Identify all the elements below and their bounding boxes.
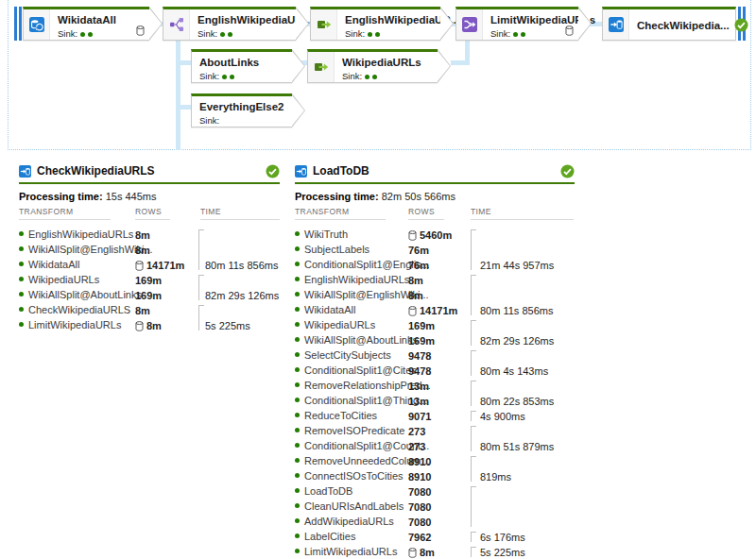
transform-row-count: 9478 <box>408 349 431 363</box>
time-group-bracket <box>471 275 476 315</box>
transform-name: LabelCities <box>304 531 355 542</box>
panel-divider <box>19 182 280 184</box>
processing-time: Processing time: 15s 445ms <box>19 191 280 202</box>
transform-time: 5s 225ms <box>205 319 250 332</box>
flow-start-marker <box>14 7 22 41</box>
column-rows: ROWS <box>135 207 170 220</box>
canvas-border-bottom <box>8 149 751 150</box>
sink-status-dot <box>230 75 234 79</box>
node-arrow-tip <box>296 7 309 41</box>
sink-status-dot <box>228 32 232 37</box>
time-group-bracket <box>471 426 476 451</box>
transform-row-count: 8910 <box>408 455 431 468</box>
panel-checkwikipediaurls: CheckWikipediaURLS Processing time: 15s … <box>19 162 280 333</box>
split-icon <box>163 9 190 40</box>
transform-time: 80m 22s 853ms <box>480 395 554 408</box>
status-dot <box>295 337 300 342</box>
database-icon <box>565 25 574 36</box>
node-title: WikipediaURLs <box>342 57 421 68</box>
transform-row: WikipediaURLs169m <box>295 318 575 333</box>
panel-loadtodb: LoadToDB Processing time: 82m 50s 566ms … <box>295 162 575 559</box>
column-transform: TRANSFORM <box>19 207 111 220</box>
transform-row: WikiAllSplit@EnglishWiki...8m <box>19 243 280 258</box>
sink-status-dot <box>222 75 227 79</box>
transform-row: WikiAllSplit@AboutLinks169m82m 29s 126ms <box>295 333 575 348</box>
processing-time-label: Processing time: <box>295 191 379 202</box>
transform-row: WikiAllSplit@EnglishWiki...8m <box>295 288 575 303</box>
database-icon <box>135 261 144 271</box>
time-group-bracket <box>471 486 476 527</box>
sink-status-dot <box>375 32 380 37</box>
transform-row-count: 7080 <box>408 500 431 514</box>
transform-name: WikipediaURLs <box>28 274 99 285</box>
status-dot <box>295 549 300 553</box>
transform-row-count: 8m <box>408 546 435 559</box>
sink-status-dot <box>220 32 225 37</box>
canvas-border-right <box>750 0 751 150</box>
transform-row-count: 8m <box>135 304 150 317</box>
transform-time: 80m 11s 856ms <box>480 304 553 317</box>
status-dot <box>295 503 300 508</box>
processing-time: Processing time: 82m 50s 566ms <box>295 191 575 202</box>
node-englishwikipediaur[interactable]: EnglishWikipediaUR...Sink: <box>163 7 296 41</box>
transform-row-count: 13m <box>408 395 429 408</box>
derive-icon <box>308 52 335 82</box>
transform-time: 4s 900ms <box>480 410 525 423</box>
status-dot <box>295 398 300 402</box>
transform-time: 80m 11s 856ms <box>205 259 278 272</box>
transform-row-count: 8m <box>135 229 150 242</box>
transform-row-count: 5460m <box>408 229 452 242</box>
node-aboutlinks[interactable]: AboutLinksSink: <box>191 49 292 83</box>
status-dot <box>295 473 300 478</box>
sink-line: Sink: <box>342 71 432 82</box>
transform-row: SubjectLabels76m <box>295 243 575 258</box>
database-icon <box>408 230 417 241</box>
transform-row: ConditionalSplit1@Thing...13m80m 22s 853… <box>295 394 575 409</box>
transform-row: RemoveUnneededColum...8910 <box>295 454 575 469</box>
transform-name: RemoveISOPredicate <box>304 425 404 436</box>
source-icon <box>24 9 50 40</box>
sink-status-dot <box>80 32 85 37</box>
transform-row-count: 7962 <box>408 531 431 544</box>
node-wikipediaurls[interactable]: WikipediaURLsSink: <box>307 49 438 83</box>
transform-row-count: 8m <box>135 319 162 332</box>
dataflow-canvas: WikidataAllSink:EnglishWikipediaUR...Sin… <box>0 0 756 157</box>
transform-row-count: 8m <box>408 274 423 287</box>
transform-name: AddWikipediaURLs <box>304 516 394 527</box>
transform-row-count: 9071 <box>408 410 431 423</box>
transform-row-count: 8m <box>135 244 150 257</box>
transform-row: ConnectISOsToCities8910819ms <box>295 469 575 484</box>
transform-name: LimitWikipediaURLs <box>28 319 121 330</box>
transform-name: WikidataAll <box>304 304 355 315</box>
node-checkwikipedia[interactable]: CheckWikipedia... <box>602 7 736 41</box>
node-everythingelse2[interactable]: EverythingElse2Sink: <box>191 93 292 127</box>
node-englishwikipediaur[interactable]: EnglishWikipediaUR...Sink: <box>310 7 440 41</box>
sink-label: Sink: <box>199 115 219 127</box>
transform-row-count: 8m <box>408 289 423 302</box>
status-dot <box>295 428 300 432</box>
node-arrow-tip <box>292 49 305 83</box>
union-icon <box>456 9 483 40</box>
time-group-bracket <box>471 547 476 557</box>
node-title: WikidataAll <box>58 14 116 25</box>
canvas-border-left <box>8 0 9 150</box>
transform-row: ConditionalSplit1@Count...27380m 51s 879… <box>295 439 575 454</box>
transform-row-count: 273 <box>408 425 425 438</box>
panel-header: LoadToDB <box>295 162 575 179</box>
transform-row: WikiAllSplit@AboutLinks169m82m 29s 126ms <box>19 288 280 303</box>
transform-time: 21m 44s 957ms <box>480 259 554 272</box>
node-limitwikipediaurls[interactable]: LimitWikipediaURLsSink: <box>455 7 578 41</box>
sink-icon <box>603 9 629 40</box>
status-dot <box>19 292 24 296</box>
transform-row-count: 169m <box>135 274 162 287</box>
transform-name: LimitWikipediaURLs <box>304 546 397 557</box>
sink-label: Sink: <box>198 28 217 40</box>
node-arrow-tip <box>292 93 305 127</box>
column-headers: TRANSFORM ROWS TIME <box>19 207 280 223</box>
sink-label: Sink: <box>58 28 77 40</box>
node-wikidataall[interactable]: WikidataAllSink: <box>23 7 149 41</box>
transform-row: LoadToDB7080 <box>295 484 575 500</box>
time-group-bracket <box>198 275 204 300</box>
processing-time-label: Processing time: <box>19 191 103 202</box>
status-dot <box>19 307 24 312</box>
